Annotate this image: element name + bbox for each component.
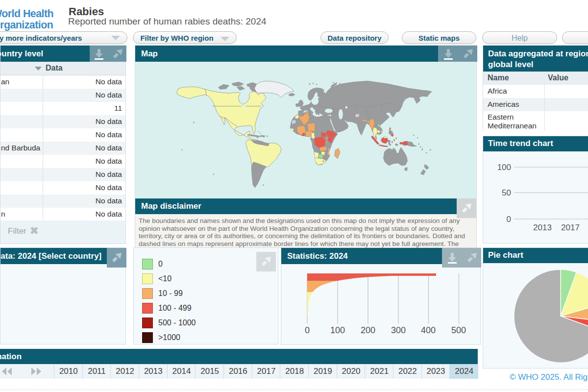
svg-text:0: 0 <box>507 215 511 224</box>
svg-text:200: 200 <box>361 325 375 335</box>
svg-text:2013: 2013 <box>533 223 552 232</box>
svg-text:100: 100 <box>497 163 511 172</box>
svg-text:0: 0 <box>305 325 310 335</box>
svg-text:2017: 2017 <box>561 223 580 232</box>
svg-text:500: 500 <box>451 325 466 335</box>
svg-text:100: 100 <box>330 325 345 335</box>
svg-text:50: 50 <box>502 188 511 197</box>
svg-text:400: 400 <box>421 325 436 335</box>
svg-text:300: 300 <box>391 325 406 335</box>
